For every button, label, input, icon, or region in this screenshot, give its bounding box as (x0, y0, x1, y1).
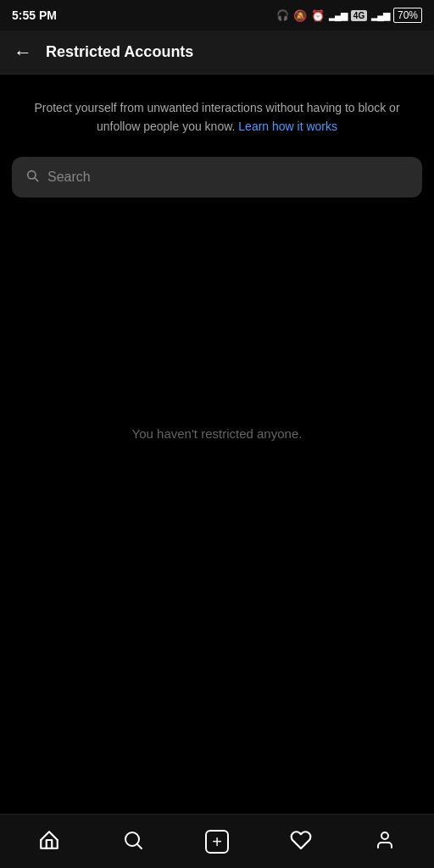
signal-icon: ▂▄▆ (329, 10, 347, 21)
search-input[interactable] (47, 170, 409, 185)
profile-icon (375, 830, 395, 854)
notification-icon: 🔕 (293, 9, 307, 22)
search-container (0, 153, 434, 214)
search-icon (25, 169, 39, 186)
empty-state: You haven't restricted anyone. (132, 426, 303, 442)
headphone-icon: 🎧 (276, 9, 289, 21)
nav-add[interactable]: + (195, 820, 239, 864)
status-time: 5:55 PM (12, 8, 57, 22)
empty-state-text: You haven't restricted anyone. (132, 426, 303, 441)
alarm-icon: ⏰ (311, 9, 325, 22)
description-text: Protect yourself from unwanted interacti… (20, 98, 414, 136)
nav-heart[interactable] (279, 820, 323, 864)
nav-profile[interactable] (363, 820, 407, 864)
page-title: Restricted Accounts (46, 43, 193, 61)
nav-search[interactable] (111, 820, 155, 864)
battery-icon: 70% (393, 8, 422, 23)
back-button[interactable]: ← (14, 43, 32, 62)
svg-line-1 (35, 178, 38, 181)
status-icons: 🎧 🔕 ⏰ ▂▄▆ 4G ▂▄▆ 70% (276, 8, 422, 23)
header: ← Restricted Accounts (0, 31, 434, 75)
learn-link[interactable]: Learn how it works (238, 120, 337, 133)
search-bar[interactable] (12, 157, 422, 198)
svg-point-4 (381, 832, 388, 839)
status-bar: 5:55 PM 🎧 🔕 ⏰ ▂▄▆ 4G ▂▄▆ 70% (0, 0, 434, 31)
nav-home[interactable] (27, 820, 71, 864)
signal2-icon: ▂▄▆ (371, 10, 389, 21)
home-icon (38, 829, 60, 854)
network-icon: 4G (351, 10, 367, 21)
svg-line-3 (136, 843, 142, 849)
description-box: Protect yourself from unwanted interacti… (0, 75, 434, 153)
main-content: Protect yourself from unwanted interacti… (0, 75, 434, 214)
bottom-nav: + (0, 814, 434, 868)
search-nav-icon (123, 830, 143, 854)
heart-icon (290, 829, 312, 854)
add-icon: + (205, 830, 229, 854)
